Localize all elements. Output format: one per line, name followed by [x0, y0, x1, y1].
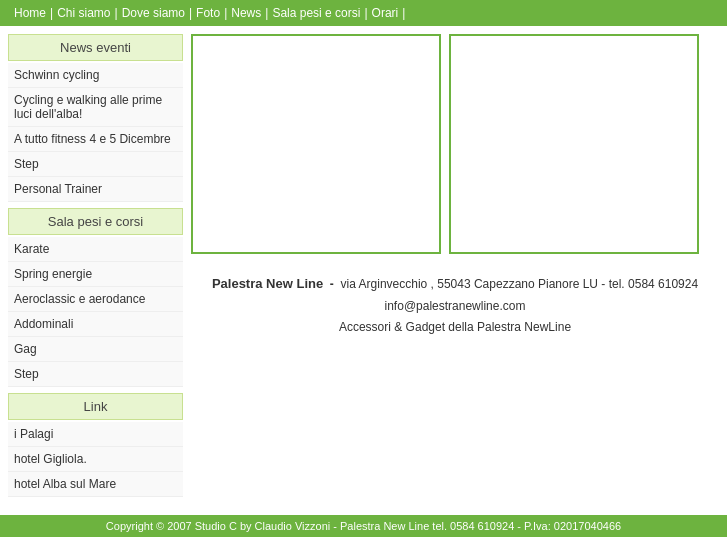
sidebar-fitness[interactable]: A tutto fitness 4 e 5 Dicembre [8, 127, 183, 152]
sidebar-spring[interactable]: Spring energie [8, 262, 183, 287]
content-area: Palestra New Line - via Arginvecchio , 5… [191, 34, 719, 503]
sala-section-header: Sala pesi e corsi [8, 208, 183, 235]
nav-home[interactable]: Home [10, 6, 50, 20]
sidebar-cycling[interactable]: Cycling e walking alle prime luci dell'a… [8, 88, 183, 127]
info-section: Palestra New Line - via Arginvecchio , 5… [191, 262, 719, 349]
sidebar-step1[interactable]: Step [8, 152, 183, 177]
info-separator: - [327, 277, 341, 291]
nav-sep-6: | [402, 6, 405, 20]
sala-section: Sala pesi e corsi Karate Spring energie … [8, 208, 183, 387]
sidebar-alba[interactable]: hotel Alba sul Mare [8, 472, 183, 497]
info-email[interactable]: info@palestranewline.com [385, 299, 526, 313]
sidebar-schwinn[interactable]: Schwinn cycling [8, 63, 183, 88]
gadget-line: Accessori & Gadget della Palestra NewLin… [211, 317, 699, 339]
sidebar-aeroclassic[interactable]: Aeroclassic e aerodance [8, 287, 183, 312]
sidebar-gag[interactable]: Gag [8, 337, 183, 362]
sidebar-addominali[interactable]: Addominali [8, 312, 183, 337]
news-section: News eventi Schwinn cycling Cycling e wa… [8, 34, 183, 202]
business-name: Palestra New Line [212, 276, 323, 291]
info-address: via Arginvecchio , 55043 Capezzano Piano… [341, 277, 699, 291]
sidebar-karate[interactable]: Karate [8, 237, 183, 262]
info-gadget: Accessori & Gadget della Palestra NewLin… [339, 320, 571, 334]
sidebar-palagi[interactable]: i Palagi [8, 422, 183, 447]
link-section: Link i Palagi hotel Gigliola. hotel Alba… [8, 393, 183, 497]
nav-news[interactable]: News [227, 6, 265, 20]
nav-dove-siamo[interactable]: Dove siamo [118, 6, 189, 20]
news-section-header: News eventi [8, 34, 183, 61]
sidebar-step2[interactable]: Step [8, 362, 183, 387]
page-wrapper: Home | Chi siamo | Dove siamo | Foto | N… [0, 0, 727, 545]
footer: Copyright © 2007 Studio C by Claudio Viz… [0, 515, 727, 537]
image-box-2 [449, 34, 699, 254]
nav-orari[interactable]: Orari [368, 6, 403, 20]
main-wrapper: News eventi Schwinn cycling Cycling e wa… [0, 26, 727, 511]
sidebar-gigliola[interactable]: hotel Gigliola. [8, 447, 183, 472]
image-box-1 [191, 34, 441, 254]
sidebar: News eventi Schwinn cycling Cycling e wa… [8, 34, 183, 503]
email-line: info@palestranewline.com [211, 296, 699, 318]
link-section-header: Link [8, 393, 183, 420]
top-nav: Home | Chi siamo | Dove siamo | Foto | N… [0, 0, 727, 26]
footer-text: Copyright © 2007 Studio C by Claudio Viz… [106, 520, 621, 532]
business-info-line: Palestra New Line - via Arginvecchio , 5… [211, 272, 699, 296]
sidebar-personal-trainer[interactable]: Personal Trainer [8, 177, 183, 202]
image-row [191, 34, 719, 254]
nav-chi-siamo[interactable]: Chi siamo [53, 6, 114, 20]
nav-sala-pesi[interactable]: Sala pesi e corsi [268, 6, 364, 20]
nav-foto[interactable]: Foto [192, 6, 224, 20]
